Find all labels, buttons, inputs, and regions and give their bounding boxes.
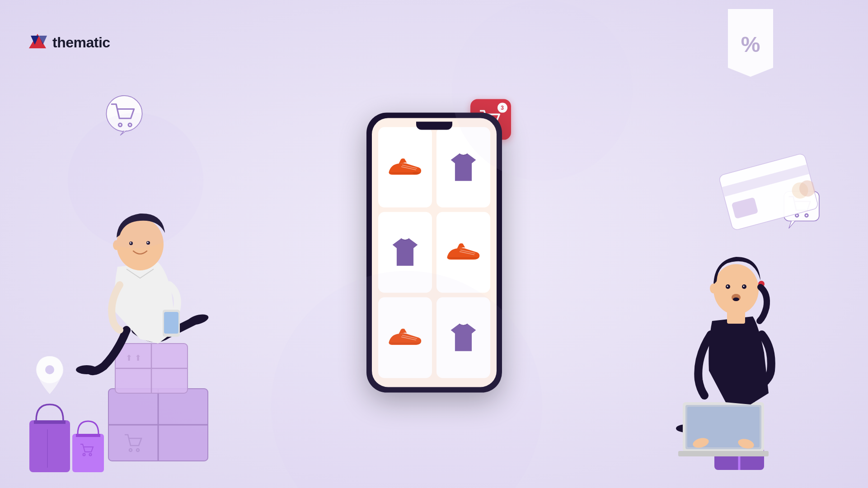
shirt-icon-2 xyxy=(390,237,420,268)
svg-rect-40 xyxy=(34,420,66,424)
cart-badge: 3 xyxy=(497,102,507,112)
product-card-shirt-3[interactable] xyxy=(436,297,490,378)
phone-body xyxy=(366,112,502,392)
shoe-icon-3 xyxy=(387,326,423,349)
thematic-logo-icon xyxy=(27,32,48,53)
product-card-shoe-1[interactable] xyxy=(378,127,432,208)
svg-point-64 xyxy=(743,286,745,287)
svg-rect-42 xyxy=(72,434,104,472)
product-card-shoe-2[interactable] xyxy=(436,212,490,293)
shoe-icon-2 xyxy=(445,241,481,264)
phone-notch xyxy=(416,121,452,130)
svg-point-37 xyxy=(147,242,149,243)
svg-point-13 xyxy=(413,172,419,175)
svg-rect-55 xyxy=(678,451,769,456)
logo-text: thematic xyxy=(52,34,110,51)
product-card-shirt-2[interactable] xyxy=(378,212,432,293)
svg-rect-39 xyxy=(29,420,70,472)
shirt-icon-3 xyxy=(449,322,478,353)
product-card-shoe-3[interactable] xyxy=(378,297,432,378)
logo: thematic xyxy=(27,32,110,53)
svg-point-66 xyxy=(733,297,739,301)
product-card-shirt-1[interactable] xyxy=(436,127,490,208)
phone-mockup: 3 xyxy=(366,112,502,392)
shirt-icon-1 xyxy=(449,151,478,183)
shopping-bags xyxy=(23,389,113,479)
phone-screen xyxy=(372,118,497,387)
svg-rect-32 xyxy=(164,312,178,334)
cart-bubble-left xyxy=(104,95,145,135)
svg-point-59 xyxy=(713,264,759,315)
shoe-icon-1 xyxy=(387,156,423,178)
svg-rect-43 xyxy=(76,434,100,437)
svg-point-38 xyxy=(113,240,120,250)
svg-point-62 xyxy=(727,286,728,287)
svg-text:%: % xyxy=(741,33,760,56)
discount-tag: % xyxy=(723,9,778,77)
svg-point-29 xyxy=(76,365,98,374)
svg-point-6 xyxy=(106,96,142,131)
svg-point-67 xyxy=(710,284,717,293)
svg-text:⬆ ⬆: ⬆ ⬆ xyxy=(126,353,141,363)
svg-point-35 xyxy=(130,242,131,244)
